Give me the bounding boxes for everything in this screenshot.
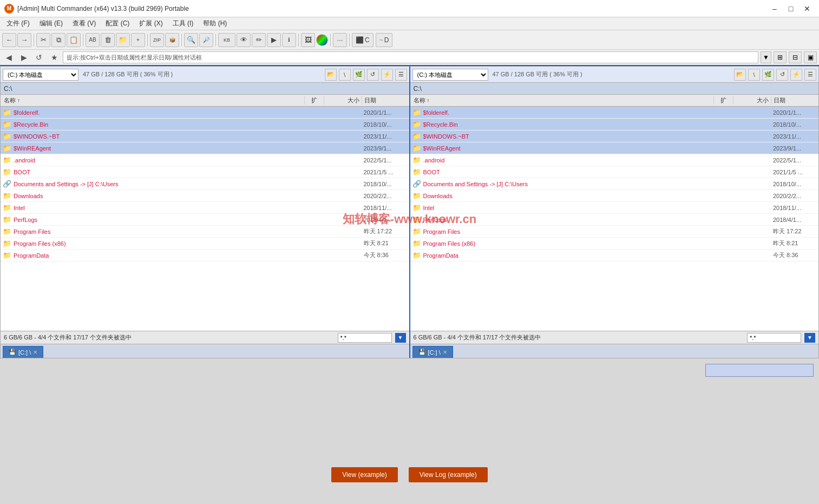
right-col-date[interactable]: 日期 — [771, 96, 811, 104]
list-item[interactable]: 📁 ProgramData 今天 8:36 — [410, 250, 819, 261]
view-log-button[interactable]: View Log (example) — [409, 467, 488, 482]
toolbar-drive-d[interactable]: ~D — [376, 33, 393, 47]
list-item[interactable]: 📁 Intel 2018/11/... — [1, 202, 409, 214]
addr-back-button[interactable]: ◀ — [2, 51, 15, 63]
left-col-name[interactable]: 名称 ↑ — [1, 96, 304, 104]
menu-help[interactable]: 帮助 (H) — [199, 18, 231, 29]
right-file-list[interactable]: 📁 $folderelf. 2020/1/1... 📁 $Recycle.Bin… — [410, 107, 819, 331]
toolbar-search-button[interactable]: 🔍 — [184, 33, 198, 47]
list-item[interactable]: 📁 Program Files (x86) 昨天 8:21 — [1, 238, 409, 250]
list-item[interactable]: 📁 $Recycle.Bin 2018/10/... — [1, 119, 409, 130]
cmd-input[interactable] — [706, 364, 813, 376]
left-panel-btn-grid[interactable]: ☰ — [395, 69, 407, 81]
toolbar-view-button[interactable]: 👁 — [237, 33, 251, 47]
list-item[interactable]: 📁 $WINDOWS.~BT 2023/11/... — [1, 130, 409, 142]
right-col-name[interactable]: 名称 ↑ — [410, 96, 714, 104]
list-item[interactable]: 📁 Downloads 2020/2/2... — [1, 190, 409, 202]
list-item[interactable]: 📁 Downloads 2020/2/2... — [410, 190, 819, 202]
toolbar-drive-c[interactable]: ⬛C — [352, 33, 374, 47]
left-col-ext[interactable]: 扩 — [304, 96, 324, 104]
left-file-list[interactable]: 📁 $folderelf. 2020/1/1... 📁 $Recycle.Bin… — [1, 107, 409, 331]
close-button[interactable]: ✕ — [800, 3, 815, 15]
left-col-size[interactable]: 大小 — [324, 96, 362, 104]
list-item[interactable]: 📁 $WINDOWS.~BT 2023/11/... — [410, 130, 819, 142]
list-item[interactable]: 📁 Intel 2018/11/... — [410, 202, 819, 214]
cmd-input-box[interactable] — [705, 364, 814, 377]
list-item[interactable]: 📁 ProgramData 今天 8:36 — [1, 250, 409, 261]
left-panel-btn-fav[interactable]: 🌿 — [353, 69, 365, 81]
list-item[interactable]: 📁 $folderelf. 2020/1/1... — [1, 107, 409, 119]
toolbar-color-button[interactable] — [316, 34, 328, 46]
addr-side-btn-2[interactable]: ⊟ — [789, 51, 802, 63]
list-item[interactable]: 🔗 Documents and Settings -> [J] C:\Users… — [410, 178, 819, 190]
list-item[interactable]: 📁 BOOT 2021/1/5 ... — [410, 166, 819, 178]
right-panel-btn-refresh[interactable]: ↺ — [776, 69, 788, 81]
right-panel-btn-tree[interactable]: \ — [748, 69, 760, 81]
list-item[interactable]: 📁 Program Files 昨天 17:22 — [410, 226, 819, 238]
toolbar-back-button[interactable]: ← — [2, 33, 16, 47]
left-filter-input[interactable] — [338, 333, 392, 343]
toolbar-prop-button[interactable]: ℹ — [282, 33, 296, 47]
toolbar-unzip-button[interactable]: 📦 — [165, 33, 179, 47]
maximize-button[interactable]: □ — [783, 3, 798, 15]
right-tab-close[interactable]: ✕ — [443, 349, 447, 355]
list-item[interactable]: 📁 .android 2022/5/1... — [1, 154, 409, 166]
left-drive-select[interactable]: (C:) 本地磁盘 — [3, 69, 78, 81]
toolbar-copy-button[interactable]: ⧉ — [51, 33, 65, 47]
toolbar-cut-button[interactable]: ✂ — [36, 33, 50, 47]
left-panel-btn-tree[interactable]: \ — [339, 69, 351, 81]
right-filter-input[interactable] — [747, 333, 801, 343]
right-drive-select[interactable]: (C:) 本地磁盘 — [412, 69, 488, 81]
right-panel-btn-fav[interactable]: 🌿 — [762, 69, 774, 81]
right-tab[interactable]: 💾 [C:] \ ✕ — [412, 346, 453, 358]
menu-config[interactable]: 配置 (C) — [101, 18, 134, 29]
list-item[interactable]: 📁 $folderelf. 2020/1/1... — [410, 107, 819, 119]
left-panel-btn-folder[interactable]: 📂 — [325, 69, 337, 81]
left-panel-btn-refresh[interactable]: ↺ — [367, 69, 379, 81]
menu-view[interactable]: 查看 (V) — [68, 18, 100, 29]
left-tab[interactable]: 💾 [C:] \ ✕ — [3, 346, 43, 358]
toolbar-kb-button[interactable]: KB — [218, 33, 235, 47]
list-item[interactable]: 📁 Program Files (x86) 昨天 8:21 — [410, 238, 819, 250]
addr-side-btn-3[interactable]: ▣ — [804, 51, 817, 63]
toolbar-rename-button[interactable]: AB — [86, 33, 100, 47]
left-panel-btn-sync[interactable]: ⚡ — [381, 69, 393, 81]
right-panel-btn-sync[interactable]: ⚡ — [790, 69, 802, 81]
right-col-size[interactable]: 大小 — [733, 96, 771, 104]
toolbar-img-button[interactable]: 🖼 — [301, 33, 315, 47]
toolbar-forward-button[interactable]: → — [17, 33, 31, 47]
right-panel-btn-grid[interactable]: ☰ — [804, 69, 816, 81]
list-item[interactable]: 📁 $WinREAgent 2023/9/1... — [1, 142, 409, 154]
list-item[interactable]: 📁 $Recycle.Bin 2018/10/... — [410, 119, 819, 130]
list-item[interactable]: 📁 Program Files 昨天 17:22 — [1, 226, 409, 238]
addr-bookmark-button[interactable]: ★ — [48, 51, 61, 63]
addr-dropdown-button[interactable]: ▼ — [761, 51, 771, 63]
menu-extend[interactable]: 扩展 (X) — [135, 18, 167, 29]
toolbar-newfile-button[interactable]: + — [131, 33, 145, 47]
toolbar-delete-button[interactable]: 🗑 — [101, 33, 115, 47]
toolbar-edit-button[interactable]: ✏ — [252, 33, 266, 47]
addr-refresh-button[interactable]: ↺ — [32, 51, 45, 63]
menu-edit[interactable]: 编辑 (E) — [35, 18, 67, 29]
toolbar-newfolder-button[interactable]: 📁 — [116, 33, 130, 47]
toolbar-find-button[interactable]: 🔎 — [199, 33, 213, 47]
list-item[interactable]: 📁 PerfLogs 2018/4/1... — [1, 214, 409, 226]
toolbar-zip-button[interactable]: ZIP — [150, 33, 164, 47]
menu-file[interactable]: 文件 (F) — [2, 18, 34, 29]
right-col-ext[interactable]: 扩 — [713, 96, 733, 104]
view-button[interactable]: View (example) — [331, 467, 397, 482]
addr-side-btn-1[interactable]: ⊞ — [774, 51, 787, 63]
toolbar-dots-button[interactable]: ··· — [333, 33, 347, 47]
address-input[interactable] — [63, 51, 758, 63]
list-item[interactable]: 📁 PerfLogs 2018/4/1... — [410, 214, 819, 226]
menu-tools[interactable]: 工具 (I) — [168, 18, 198, 29]
toolbar-paste-button[interactable]: 📋 — [67, 33, 81, 47]
minimize-button[interactable]: – — [767, 3, 782, 15]
list-item[interactable]: 📁 BOOT 2021/1/5 ... — [1, 166, 409, 178]
right-panel-btn-folder[interactable]: 📂 — [734, 69, 746, 81]
list-item[interactable]: 🔗 Documents and Settings -> [J] C:\Users… — [1, 178, 409, 190]
left-col-date[interactable]: 日期 — [362, 96, 402, 104]
addr-forward-button[interactable]: ▶ — [17, 51, 30, 63]
list-item[interactable]: 📁 .android 2022/5/1... — [410, 154, 819, 166]
left-tab-close[interactable]: ✕ — [33, 349, 37, 355]
